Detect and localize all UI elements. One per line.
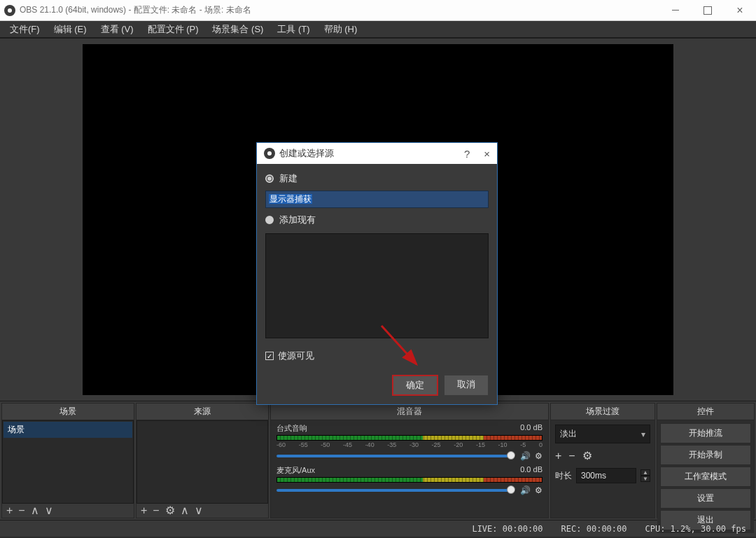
transition-settings-button[interactable] (582, 449, 592, 462)
scene-remove-button[interactable]: − (18, 505, 24, 516)
status-cpu: CPU: 1.2%, 30.00 fps (645, 524, 747, 534)
mixer-mic-meter (276, 477, 542, 483)
panel-sources-header: 来源 (136, 404, 268, 420)
visible-checkbox[interactable]: ✓ 使源可见 (265, 350, 489, 362)
panel-controls: 控件 开始推流 开始录制 工作室模式 设置 退出 (657, 403, 755, 518)
panel-controls-header: 控件 (657, 404, 754, 420)
mixer-row-desktop: 台式音响 0.0 dB -60-55-50-45-40-35-30-25-20-… (276, 423, 542, 461)
mixer-desktop-level: 0.0 dB (520, 423, 542, 434)
panel-mixer: 混音器 台式音响 0.0 dB -60-55-50-45-40-35-30-25… (270, 403, 549, 518)
radio-existing[interactable]: 添加现有 (265, 214, 489, 226)
start-recording-button[interactable]: 开始录制 (660, 445, 751, 465)
mixer-ticks: -60-55-50-45-40-35-30-25-20-15-10-50 (276, 441, 542, 448)
scenes-list[interactable]: 场景 (2, 420, 134, 504)
radio-icon (265, 174, 274, 183)
menu-tools[interactable]: 工具 (T) (270, 23, 316, 36)
transition-type-value: 淡出 (560, 428, 577, 440)
source-settings-button[interactable] (165, 505, 175, 516)
transition-duration-input[interactable]: 300ms (576, 468, 636, 483)
panel-transitions: 场景过渡 淡出 + − 时长 300ms ▲▼ (550, 403, 655, 518)
window-maximize-button[interactable] (692, 0, 724, 20)
start-streaming-button[interactable]: 开始推流 (660, 423, 751, 443)
source-up-button[interactable] (181, 505, 189, 516)
dialog-title: 创建或选择源 (279, 147, 334, 160)
dialog-titlebar: 创建或选择源 ? × (257, 143, 497, 164)
chevron-down-icon (641, 429, 645, 439)
status-live: LIVE: 00:00:00 (472, 524, 542, 534)
status-rec: REC: 00:00:00 (561, 524, 627, 534)
speaker-icon[interactable] (520, 485, 531, 495)
speaker-icon[interactable] (520, 451, 531, 461)
scene-item[interactable]: 场景 (4, 422, 132, 438)
transition-duration-label: 时长 (555, 470, 572, 482)
mixer-mic-slider[interactable] (276, 489, 516, 492)
menu-view[interactable]: 查看 (V) (94, 23, 141, 36)
window-close-button[interactable]: × (724, 0, 756, 20)
scene-down-button[interactable] (45, 505, 53, 516)
menu-profiles[interactable]: 配置文件 (P) (141, 23, 206, 36)
source-name-input[interactable]: 显示器捕获 (265, 191, 489, 208)
panel-scenes-header: 场景 (2, 404, 134, 420)
radio-icon (265, 216, 274, 224)
menu-file[interactable]: 文件(F) (3, 23, 47, 36)
mixer-desktop-meter (276, 435, 542, 441)
radio-existing-label: 添加现有 (279, 214, 316, 226)
dialog-icon (264, 148, 275, 159)
radio-new-label: 新建 (279, 172, 298, 185)
settings-button[interactable]: 设置 (660, 488, 751, 509)
mixer-desktop-slider[interactable] (276, 455, 516, 457)
mixer-desktop-settings-icon[interactable] (535, 451, 542, 461)
scene-up-button[interactable] (31, 505, 39, 516)
ok-button[interactable]: 确定 (392, 375, 438, 396)
dialog-help-button[interactable]: ? (464, 148, 470, 160)
checkbox-icon: ✓ (265, 352, 274, 360)
dock: 场景 场景 + − 来源 + − 混音器 台式音响 (0, 401, 756, 520)
panel-scenes: 场景 场景 + − (1, 403, 134, 518)
transition-add-button[interactable]: + (555, 450, 561, 462)
window-minimize-button[interactable] (659, 0, 692, 20)
mixer-mic-settings-icon[interactable] (535, 485, 542, 495)
radio-new[interactable]: 新建 (265, 172, 489, 185)
mixer-mic-level: 0.0 dB (520, 465, 542, 476)
mixer-row-mic: 麦克风/Aux 0.0 dB (276, 465, 542, 495)
sources-list[interactable] (136, 420, 268, 504)
studio-mode-button[interactable]: 工作室模式 (660, 467, 751, 487)
mixer-mic-label: 麦克风/Aux (276, 465, 315, 476)
panel-transitions-header: 场景过渡 (551, 404, 654, 420)
dialog-close-button[interactable]: × (484, 148, 490, 160)
panel-mixer-header: 混音器 (271, 404, 548, 420)
source-remove-button[interactable]: − (153, 505, 159, 516)
transition-duration-stepper[interactable]: ▲▼ (640, 469, 650, 482)
source-down-button[interactable] (195, 505, 203, 516)
existing-sources-list[interactable] (265, 233, 489, 338)
visible-checkbox-label: 使源可见 (278, 350, 314, 362)
app-icon (4, 5, 15, 16)
transition-remove-button[interactable]: − (568, 450, 575, 462)
transition-type-select[interactable]: 淡出 (555, 425, 650, 443)
window-titlebar: OBS 21.1.0 (64bit, windows) - 配置文件: 未命名 … (0, 0, 756, 21)
panel-sources: 来源 + − (136, 403, 269, 518)
scene-add-button[interactable]: + (6, 505, 13, 516)
create-source-dialog: 创建或选择源 ? × 新建 显示器捕获 添加现有 ✓ 使源可见 确定 取消 (256, 142, 498, 405)
cancel-button[interactable]: 取消 (444, 375, 489, 396)
menu-scene-collection[interactable]: 场景集合 (S) (205, 23, 270, 36)
window-title: OBS 21.1.0 (64bit, windows) - 配置文件: 未命名 … (20, 4, 251, 16)
statusbar: LIVE: 00:00:00 REC: 00:00:00 CPU: 1.2%, … (0, 520, 756, 537)
menu-edit[interactable]: 编辑 (E) (47, 23, 94, 36)
source-add-button[interactable]: + (141, 505, 147, 516)
mixer-desktop-label: 台式音响 (276, 423, 307, 434)
menubar: 文件(F) 编辑 (E) 查看 (V) 配置文件 (P) 场景集合 (S) 工具… (0, 21, 756, 38)
menu-help[interactable]: 帮助 (H) (317, 23, 365, 36)
